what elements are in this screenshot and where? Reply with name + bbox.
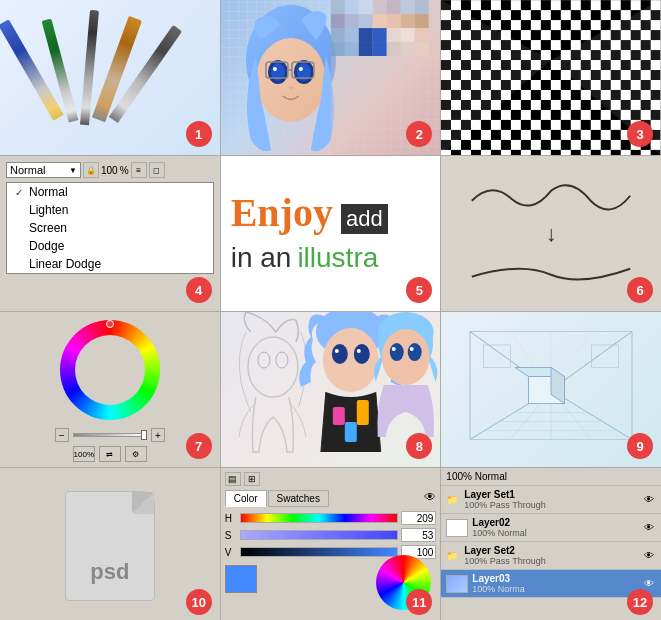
layer-mode-set2: 100% Pass Through [464,556,545,566]
blend-mode-value: Normal [10,164,45,176]
panel-icon-2[interactable]: ⊞ [244,472,260,486]
check-normal: ✓ [15,187,25,198]
cell-color-wheel: − + 100% ⇄ ⚙ 7 [0,312,220,467]
layers-header-text: 100% Normal [446,471,507,482]
cell-drawing-tools: 1 [0,0,220,155]
layer-info-layer02: Layer02 100% Normal [472,517,527,538]
slider-thumb[interactable] [141,430,147,440]
s-gradient-bar[interactable] [240,530,399,540]
curve-before-svg [461,171,641,221]
blend-item-dodge[interactable]: Dodge [7,237,213,255]
eye-set2[interactable]: 👁 [644,550,656,562]
svg-rect-34 [344,42,358,56]
h-gradient-bar[interactable] [240,513,399,523]
arrow-down-icon: ↓ [546,221,557,247]
svg-rect-38 [400,42,414,56]
svg-rect-29 [372,28,386,42]
svg-point-54 [276,352,288,368]
tab-swatches[interactable]: Swatches [268,490,329,507]
blend-item-linear-dodge[interactable]: Linear Dodge [7,255,213,273]
color-sliders: H S V [225,511,437,559]
in-text: in an [231,242,292,274]
cell-anime-girl: 2 [221,0,441,155]
slider-track-wrap [73,433,147,437]
svg-rect-14 [358,0,372,14]
blend-lighten-label: Lighten [29,203,68,217]
layers-header: 100% Normal [441,468,661,486]
color-bottom [225,565,437,593]
hsv-s-row: S [225,528,437,542]
cell-color-panel: ▤ ⊞ Color Swatches 👁 H S V [221,468,441,620]
color-wheel[interactable] [60,320,160,420]
s-label: S [225,530,237,541]
cell-curve-smooth: ↓ 6 [441,156,661,311]
layer-info-set2: Layer Set2 100% Pass Through [464,545,545,566]
svg-rect-15 [372,0,386,14]
svg-rect-63 [344,422,356,442]
check-dodge [15,241,25,252]
svg-point-56 [323,328,379,392]
layer-mode-layer03: 100% Norma [472,584,525,594]
opacity-slider-row: − + [55,428,165,442]
svg-point-52 [248,337,298,397]
color-swatch[interactable] [225,565,257,593]
blend-dodge-label: Dodge [29,239,64,253]
pct-100-btn[interactable]: 100% [73,446,95,462]
color-handle[interactable] [106,320,114,328]
layers-btn[interactable]: ≡ [131,162,147,178]
blend-item-normal[interactable]: ✓ Normal [7,183,213,201]
layer-item-layer03[interactable]: Layer03 100% Norma 👁 [441,570,661,598]
slider-minus[interactable]: − [55,428,69,442]
svg-rect-26 [330,28,344,42]
svg-point-59 [334,349,338,353]
blend-mode-select[interactable]: Normal ▼ [6,162,81,178]
eye-icon[interactable]: 👁 [424,490,436,507]
flip-btn[interactable]: ⇄ [99,446,121,462]
svg-point-69 [409,347,413,351]
psd-file-icon: psd [65,491,155,601]
svg-rect-33 [330,42,344,56]
layer-item-set2[interactable]: 📁 Layer Set2 100% Pass Through 👁 [441,542,661,570]
layer-item-layer02[interactable]: Layer02 100% Normal 👁 [441,514,661,542]
svg-rect-39 [414,42,428,56]
svg-rect-25 [414,14,428,28]
slider-plus[interactable]: + [151,428,165,442]
channel-btn[interactable]: ◻ [149,162,165,178]
color-wheel-inner [75,335,145,405]
eye-layer03[interactable]: 👁 [644,578,656,590]
svg-point-4 [273,67,277,71]
layer-info-set1: Layer Set1 100% Pass Through [464,489,545,510]
slider-track[interactable] [73,433,147,437]
blend-item-lighten[interactable]: Lighten [7,201,213,219]
eye-set1[interactable]: 👁 [644,494,656,506]
psd-extension-label: psd [90,559,129,585]
panel-icon-1[interactable]: ▤ [225,472,241,486]
check-screen [15,223,25,234]
check-lighten [15,205,25,216]
illustra-text: illustra [297,242,378,274]
v-gradient-bar[interactable] [240,547,399,557]
layer-name-layer03: Layer03 [472,573,525,584]
svg-point-7 [299,67,303,71]
badge-6: 6 [627,277,653,303]
h-value-input[interactable] [401,511,436,525]
svg-point-60 [356,349,360,353]
svg-point-53 [258,352,270,368]
blend-normal-label: Normal [29,185,68,199]
tab-color[interactable]: Color [225,490,267,507]
layer-thumb-layer03 [446,575,468,593]
eye-layer02[interactable]: 👁 [644,522,656,534]
cell-layers-panel: 100% Normal 📁 Layer Set1 100% Pass Throu… [441,468,661,620]
blend-item-screen[interactable]: Screen [7,219,213,237]
s-value-input[interactable] [401,528,436,542]
curve-after-svg [461,247,641,297]
cell-checkerboard: 3 [441,0,661,155]
badge-5: 5 [406,277,432,303]
layer-item-set1[interactable]: 📁 Layer Set1 100% Pass Through 👁 [441,486,661,514]
pct-buttons: 100% ⇄ ⚙ [73,446,147,462]
blend-toolbar: Normal ▼ 🔒 100 % ≡ ◻ [6,162,214,178]
lock-btn[interactable]: 🔒 [83,162,99,178]
layer-name-set2: Layer Set2 [464,545,545,556]
svg-point-67 [407,343,421,361]
settings-btn[interactable]: ⚙ [125,446,147,462]
